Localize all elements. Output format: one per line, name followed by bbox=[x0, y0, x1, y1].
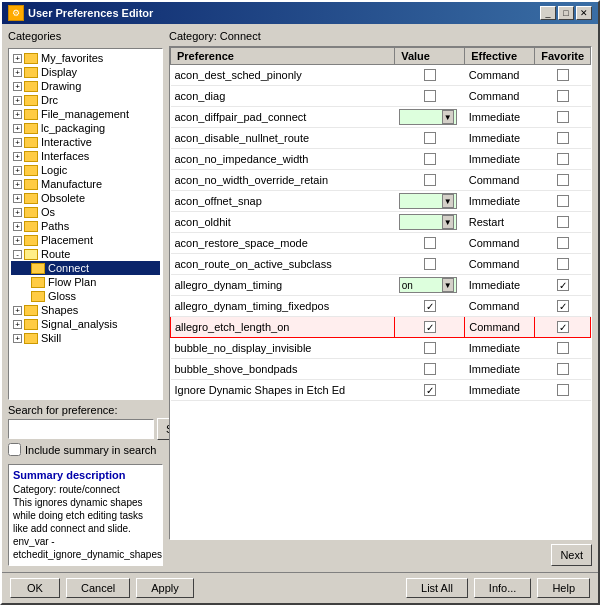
pref-value-cell[interactable] bbox=[395, 380, 465, 401]
pref-value-cell[interactable] bbox=[395, 65, 465, 86]
tree-item-gloss[interactable]: Gloss bbox=[11, 289, 160, 303]
value-checkbox[interactable] bbox=[424, 90, 436, 102]
tree-item-manufacture[interactable]: +Manufacture bbox=[11, 177, 160, 191]
value-dropdown[interactable]: ▼ bbox=[399, 214, 457, 230]
pref-favorite-cell[interactable] bbox=[535, 212, 591, 233]
favorite-checkbox[interactable] bbox=[557, 384, 569, 396]
pref-favorite-cell[interactable] bbox=[535, 107, 591, 128]
pref-value-cell[interactable]: ▼ bbox=[395, 191, 465, 212]
favorite-checkbox[interactable] bbox=[557, 342, 569, 354]
pref-value-cell[interactable] bbox=[395, 128, 465, 149]
value-checkbox[interactable] bbox=[424, 237, 436, 249]
favorite-checkbox[interactable] bbox=[557, 111, 569, 123]
pref-value-cell[interactable]: ▼ bbox=[395, 212, 465, 233]
favorite-checkbox[interactable] bbox=[557, 321, 569, 333]
pref-value-cell[interactable]: on▼ bbox=[395, 275, 465, 296]
tree-item-flow_plan[interactable]: Flow Plan bbox=[11, 275, 160, 289]
tree-item-display[interactable]: +Display bbox=[11, 65, 160, 79]
value-checkbox[interactable] bbox=[424, 132, 436, 144]
include-summary-checkbox[interactable] bbox=[8, 443, 21, 456]
pref-favorite-cell[interactable] bbox=[535, 128, 591, 149]
maximize-button[interactable]: □ bbox=[558, 6, 574, 20]
favorite-checkbox[interactable] bbox=[557, 216, 569, 228]
pref-value-cell[interactable] bbox=[395, 338, 465, 359]
pref-favorite-cell[interactable] bbox=[535, 191, 591, 212]
tree-expand-btn[interactable]: + bbox=[13, 334, 22, 343]
tree-expand-btn[interactable]: + bbox=[13, 208, 22, 217]
pref-favorite-cell[interactable] bbox=[535, 275, 591, 296]
tree-item-file_management[interactable]: +File_management bbox=[11, 107, 160, 121]
value-dropdown[interactable]: ▼ bbox=[399, 193, 457, 209]
pref-favorite-cell[interactable] bbox=[535, 359, 591, 380]
tree-item-obsolete[interactable]: +Obsolete bbox=[11, 191, 160, 205]
tree-container[interactable]: +My_favorites+Display+Drawing+Drc+File_m… bbox=[8, 48, 163, 400]
info-button[interactable]: Info... bbox=[474, 578, 532, 598]
minimize-button[interactable]: _ bbox=[540, 6, 556, 20]
tree-expand-btn[interactable]: + bbox=[13, 68, 22, 77]
favorite-checkbox[interactable] bbox=[557, 195, 569, 207]
tree-item-placement[interactable]: +Placement bbox=[11, 233, 160, 247]
ok-button[interactable]: OK bbox=[10, 578, 60, 598]
tree-item-connect[interactable]: Connect bbox=[11, 261, 160, 275]
tree-expand-btn[interactable]: + bbox=[13, 152, 22, 161]
tree-expand-btn[interactable]: + bbox=[13, 110, 22, 119]
favorite-checkbox[interactable] bbox=[557, 174, 569, 186]
tree-expand-btn[interactable]: + bbox=[13, 138, 22, 147]
favorite-checkbox[interactable] bbox=[557, 363, 569, 375]
pref-favorite-cell[interactable] bbox=[535, 65, 591, 86]
pref-favorite-cell[interactable] bbox=[535, 317, 591, 338]
tree-item-signal_analysis[interactable]: +Signal_analysis bbox=[11, 317, 160, 331]
tree-item-interactive[interactable]: +Interactive bbox=[11, 135, 160, 149]
pref-value-cell[interactable] bbox=[395, 254, 465, 275]
close-button[interactable]: ✕ bbox=[576, 6, 592, 20]
tree-item-drc[interactable]: +Drc bbox=[11, 93, 160, 107]
tree-expand-btn[interactable]: + bbox=[13, 96, 22, 105]
value-checkbox[interactable] bbox=[424, 69, 436, 81]
pref-value-cell[interactable] bbox=[395, 317, 465, 338]
tree-item-paths[interactable]: +Paths bbox=[11, 219, 160, 233]
tree-expand-btn[interactable]: + bbox=[13, 124, 22, 133]
value-checkbox[interactable] bbox=[424, 342, 436, 354]
value-checkbox[interactable] bbox=[424, 174, 436, 186]
pref-value-cell[interactable] bbox=[395, 170, 465, 191]
pref-favorite-cell[interactable] bbox=[535, 86, 591, 107]
value-dropdown[interactable]: on▼ bbox=[399, 277, 457, 293]
pref-value-cell[interactable] bbox=[395, 149, 465, 170]
favorite-checkbox[interactable] bbox=[557, 132, 569, 144]
pref-value-cell[interactable] bbox=[395, 86, 465, 107]
favorite-checkbox[interactable] bbox=[557, 69, 569, 81]
tree-expand-btn[interactable]: + bbox=[13, 82, 22, 91]
favorite-checkbox[interactable] bbox=[557, 258, 569, 270]
value-checkbox[interactable] bbox=[424, 384, 436, 396]
tree-expand-btn[interactable]: + bbox=[13, 306, 22, 315]
cancel-button[interactable]: Cancel bbox=[66, 578, 130, 598]
apply-button[interactable]: Apply bbox=[136, 578, 194, 598]
search-input[interactable] bbox=[8, 419, 154, 439]
tree-expand-btn[interactable]: + bbox=[13, 54, 22, 63]
pref-favorite-cell[interactable] bbox=[535, 380, 591, 401]
tree-item-logic[interactable]: +Logic bbox=[11, 163, 160, 177]
value-checkbox[interactable] bbox=[424, 153, 436, 165]
tree-item-drawing[interactable]: +Drawing bbox=[11, 79, 160, 93]
pref-value-cell[interactable] bbox=[395, 233, 465, 254]
tree-expand-btn[interactable]: + bbox=[13, 194, 22, 203]
favorite-checkbox[interactable] bbox=[557, 300, 569, 312]
tree-expand-btn[interactable]: + bbox=[13, 222, 22, 231]
tree-expand-btn[interactable]: - bbox=[13, 250, 22, 259]
help-button[interactable]: Help bbox=[537, 578, 590, 598]
tree-item-os[interactable]: +Os bbox=[11, 205, 160, 219]
pref-favorite-cell[interactable] bbox=[535, 170, 591, 191]
value-checkbox[interactable] bbox=[424, 300, 436, 312]
pref-favorite-cell[interactable] bbox=[535, 254, 591, 275]
tree-expand-btn[interactable]: + bbox=[13, 320, 22, 329]
favorite-checkbox[interactable] bbox=[557, 279, 569, 291]
favorite-checkbox[interactable] bbox=[557, 237, 569, 249]
value-checkbox[interactable] bbox=[424, 321, 436, 333]
next-button[interactable]: Next bbox=[551, 544, 592, 566]
pref-favorite-cell[interactable] bbox=[535, 233, 591, 254]
pref-value-cell[interactable]: ▼ bbox=[395, 107, 465, 128]
favorite-checkbox[interactable] bbox=[557, 153, 569, 165]
pref-favorite-cell[interactable] bbox=[535, 338, 591, 359]
favorite-checkbox[interactable] bbox=[557, 90, 569, 102]
value-checkbox[interactable] bbox=[424, 258, 436, 270]
